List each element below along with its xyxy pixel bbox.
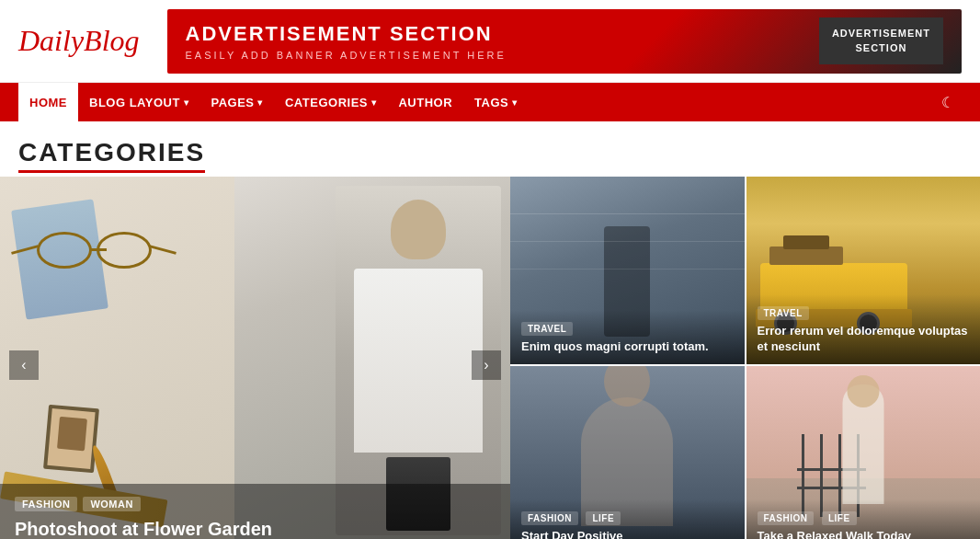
dark-mode-toggle[interactable]: ☾ (934, 94, 962, 111)
categories-heading: CATEGORIES (18, 138, 205, 173)
slider-caption: FASHION WOMAN Photoshoot at Flower Garde… (0, 484, 510, 539)
card-title-fashion1: Start Day Positive (521, 529, 734, 539)
categories-section-header: CATEGORIES (0, 121, 980, 177)
nav-item-pages[interactable]: PAGES ▾ (199, 83, 274, 121)
chevron-down-icon: ▾ (184, 97, 189, 108)
nav-item-tags[interactable]: TAGS ▾ (463, 83, 529, 121)
grid-card-travel-2[interactable]: TRAVEL Error rerum vel doloremque volupt… (746, 177, 981, 364)
slider-caption-title: Photoshoot at Flower Garden (15, 517, 496, 539)
card-tag-life2: LIFE (822, 511, 857, 525)
grid-card-fashion-1[interactable]: FASHION LIFE Start Day Positive (510, 366, 745, 539)
nav-item-home[interactable]: HOME (18, 83, 78, 121)
ad-content: ADVERTISEMENT SECTION EASILY ADD BANNER … (186, 22, 507, 61)
grid-card-fashion-2[interactable]: FASHION LIFE Take a Relaxed Walk Today (746, 366, 981, 539)
card-overlay-travel2: TRAVEL Error rerum vel doloremque volupt… (746, 294, 981, 364)
card-tag-fashion2: FASHION (758, 511, 815, 525)
caption-tag-fashion: FASHION (15, 497, 77, 511)
card-title-fashion2: Take a Relaxed Walk Today (758, 529, 970, 539)
header: DailyBlog ADVERTISEMENT SECTION EASILY A… (0, 0, 980, 83)
slide-decor-glasses (37, 232, 165, 278)
slider-prev-button[interactable]: ‹ (9, 350, 39, 380)
nav-item-blog-layout[interactable]: BLOG LAYOUT ▾ (78, 83, 199, 121)
advertisement-banner[interactable]: ADVERTISEMENT SECTION EASILY ADD BANNER … (167, 9, 962, 74)
card-overlay-fashion1: FASHION LIFE Start Day Positive (510, 499, 745, 539)
card-title-travel1: Enim quos magni corrupti totam. (521, 339, 734, 355)
card-title-travel2: Error rerum vel doloremque voluptas et n… (758, 324, 970, 355)
card-overlay-travel1: TRAVEL Enim quos magni corrupti totam. (510, 310, 745, 364)
logo-text2: Blog (84, 24, 139, 57)
chevron-down-icon: ▾ (257, 97, 263, 108)
logo-text1: Daily (18, 24, 84, 57)
main-content: FASHION WOMAN Photoshoot at Flower Garde… (0, 177, 980, 539)
card-tag-fashion1: FASHION (521, 511, 578, 525)
chevron-down-icon: ▾ (371, 97, 377, 108)
slider-next-button[interactable]: › (472, 350, 501, 380)
chevron-down-icon: ▾ (512, 97, 518, 108)
card-tag-travel2: TRAVEL (758, 306, 809, 320)
ad-right-text: ADVERTISEMENTSECTION (819, 17, 943, 64)
featured-slider: FASHION WOMAN Photoshoot at Flower Garde… (0, 177, 510, 539)
caption-tags: FASHION WOMAN (15, 497, 496, 511)
grid-card-travel-1[interactable]: TRAVEL Enim quos magni corrupti totam. (510, 177, 745, 364)
nav-item-author[interactable]: AUTHOR (387, 83, 463, 121)
nav-item-categories[interactable]: CATEGORIES ▾ (274, 83, 388, 121)
navigation: HOME BLOG LAYOUT ▾ PAGES ▾ CATEGORIES ▾ … (0, 83, 980, 121)
card-overlay-fashion2: FASHION LIFE Take a Relaxed Walk Today (746, 499, 981, 539)
caption-tag-woman: WOMAN (83, 497, 141, 511)
ad-main-text: ADVERTISEMENT SECTION (186, 22, 507, 46)
card-tag-travel: TRAVEL (521, 322, 573, 336)
card-tag-life1: LIFE (586, 511, 621, 525)
ad-sub-text: EASILY ADD BANNER ADVERTISEMENT HERE (186, 50, 507, 61)
logo[interactable]: DailyBlog (18, 24, 140, 58)
article-grid: TRAVEL Enim quos magni corrupti totam. T… (510, 177, 980, 539)
slide-decor-frame (43, 405, 99, 474)
